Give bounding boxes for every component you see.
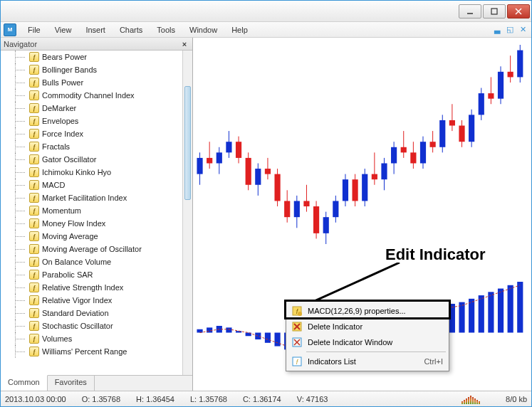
svg-rect-23: [284, 201, 290, 217]
indicator-label: DeMarker: [42, 104, 76, 112]
indicator-item[interactable]: fParabolic SAR: [1, 268, 182, 281]
svg-rect-69: [508, 72, 513, 78]
function-icon: f: [29, 154, 39, 164]
svg-rect-25: [294, 201, 300, 217]
indicator-item[interactable]: fRelative Vigor Index: [1, 294, 182, 307]
indicator-item[interactable]: fForce Index: [1, 127, 182, 140]
menu-file[interactable]: File: [21, 23, 48, 36]
svg-rect-71: [517, 51, 523, 78]
function-icon: f: [29, 206, 39, 216]
navigator-tabs: Common Favorites: [1, 375, 192, 391]
indicator-item[interactable]: fMACD: [1, 179, 182, 191]
function-icon: f: [29, 193, 39, 203]
indicator-label: Bears Power: [42, 53, 87, 61]
indicator-properties-icon: f: [291, 305, 303, 317]
status-traffic: 8/0 kb: [506, 395, 527, 403]
maximize-button[interactable]: [483, 4, 506, 18]
chart-area[interactable]: Edit Indicator f MACD(12,26,9) propertie…: [193, 38, 531, 391]
svg-rect-41: [372, 174, 377, 180]
mdi-close-icon[interactable]: ✕: [517, 25, 528, 35]
indicator-label: Volumes: [42, 334, 72, 343]
svg-rect-55: [439, 120, 445, 147]
svg-rect-51: [420, 142, 426, 163]
indicator-item[interactable]: fWilliams' Percent Range: [1, 345, 182, 358]
indicator-item[interactable]: fStandard Deviation: [1, 307, 182, 319]
indicator-item[interactable]: fMoney Flow Index: [1, 217, 182, 230]
ctx-indicators-list[interactable]: f Indicators List Ctrl+I: [288, 354, 447, 369]
indicator-item[interactable]: fFractals: [1, 140, 182, 153]
function-icon: f: [29, 218, 39, 228]
menu-window[interactable]: Window: [182, 23, 224, 36]
indicator-item[interactable]: fBears Power: [1, 51, 182, 63]
mdi-minimize-icon[interactable]: ▃: [491, 25, 503, 35]
function-icon: f: [29, 78, 39, 88]
delete-window-icon: [291, 336, 303, 349]
minimize-button[interactable]: [459, 4, 481, 18]
ctx-delete-indicator[interactable]: Delete Indicator: [288, 319, 447, 334]
svg-rect-5: [197, 158, 202, 174]
menu-tools[interactable]: Tools: [150, 23, 182, 36]
menu-charts[interactable]: Charts: [113, 23, 150, 36]
indicators-list-icon: f: [291, 355, 303, 368]
svg-rect-61: [469, 115, 474, 142]
indicator-label: Williams' Percent Range: [42, 347, 127, 356]
ctx-indicators-list-label: Indicators List: [308, 357, 356, 366]
menu-help[interactable]: Help: [224, 23, 255, 36]
indicator-label: Bulls Power: [42, 78, 83, 87]
indicator-item[interactable]: fBulls Power: [1, 76, 182, 89]
svg-rect-37: [353, 179, 358, 201]
indicator-item[interactable]: fMoving Average: [1, 230, 182, 243]
app-icon: M: [4, 23, 16, 36]
indicator-item[interactable]: fDeMarker: [1, 102, 182, 115]
status-low: L: 1.35768: [190, 395, 227, 403]
indicator-item[interactable]: fStochastic Oscillator: [1, 319, 182, 332]
indicator-item[interactable]: fVolumes: [1, 332, 182, 345]
ctx-properties[interactable]: f MACD(12,26,9) properties...: [288, 303, 447, 319]
status-volume: V: 47163: [297, 395, 328, 403]
indicator-label: Standard Deviation: [42, 309, 109, 317]
navigator-scrollbar[interactable]: [182, 51, 192, 375]
scrollbar-thumb[interactable]: [184, 86, 191, 200]
indicator-label: Envelopes: [42, 117, 78, 125]
indicator-item[interactable]: fCommodity Channel Index: [1, 89, 182, 102]
function-icon: f: [29, 334, 39, 344]
svg-rect-31: [323, 217, 329, 233]
indicator-item[interactable]: fBollinger Bands: [1, 63, 182, 76]
indicator-item[interactable]: fMomentum: [1, 204, 182, 217]
indicator-item[interactable]: fMarket Facilitation Index: [1, 191, 182, 204]
menu-view[interactable]: View: [48, 23, 79, 36]
function-icon: f: [29, 65, 39, 75]
svg-rect-9: [217, 152, 222, 163]
status-close: C: 1.36174: [243, 395, 281, 403]
function-icon: f: [29, 167, 39, 177]
close-button[interactable]: [507, 4, 530, 18]
mdi-restore-icon[interactable]: ◱: [504, 25, 516, 35]
ctx-delete-window[interactable]: Delete Indicator Window: [288, 334, 447, 350]
function-icon: f: [29, 270, 39, 280]
indicator-item[interactable]: fEnvelopes: [1, 115, 182, 127]
status-date: 2013.10.03 00:00: [5, 395, 66, 403]
ctx-separator: [306, 352, 446, 352]
svg-rect-11: [226, 142, 231, 152]
function-icon: f: [29, 52, 39, 62]
context-menu: f MACD(12,26,9) properties... Delete Ind…: [286, 301, 449, 371]
svg-rect-45: [391, 147, 397, 164]
svg-rect-17: [255, 169, 261, 185]
navigator-close-icon[interactable]: ×: [179, 39, 189, 49]
navigator-panel: Navigator × fBears PowerfBollinger Bands…: [1, 38, 193, 391]
tab-common[interactable]: Common: [1, 375, 48, 391]
svg-rect-63: [479, 93, 484, 115]
svg-rect-59: [459, 126, 464, 142]
indicator-item[interactable]: fIchimoku Kinko Hyo: [1, 166, 182, 179]
indicator-item[interactable]: fOn Balance Volume: [1, 255, 182, 268]
function-icon: f: [29, 282, 39, 292]
menu-insert[interactable]: Insert: [78, 23, 113, 36]
svg-rect-67: [498, 72, 504, 99]
tab-favorites[interactable]: Favorites: [48, 376, 95, 391]
indicator-item[interactable]: fMoving Average of Oscillator: [1, 243, 182, 255]
svg-rect-35: [343, 179, 348, 201]
indicator-label: Money Flow Index: [42, 219, 105, 228]
indicator-item[interactable]: fRelative Strength Index: [1, 281, 182, 294]
indicator-item[interactable]: fGator Oscillator: [1, 153, 182, 166]
function-icon: f: [29, 321, 39, 331]
